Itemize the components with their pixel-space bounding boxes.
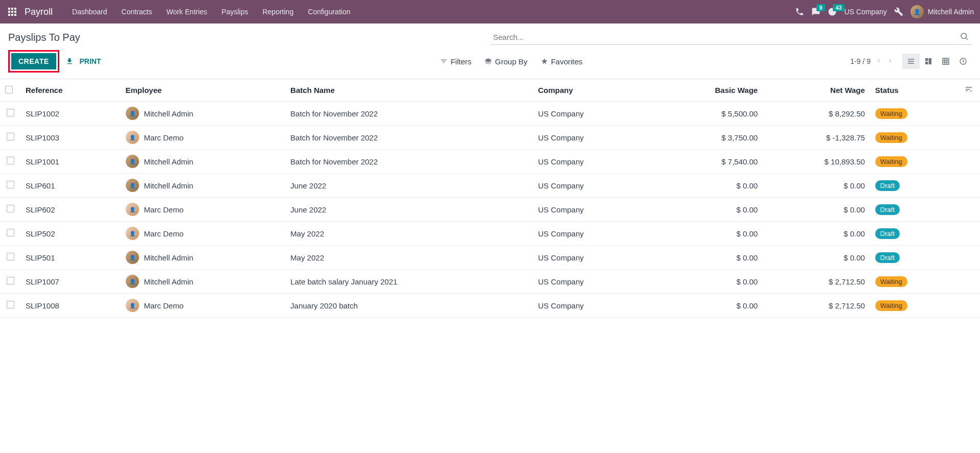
- table-row[interactable]: SLIP1003 👤 Marc Demo Batch for November …: [0, 126, 980, 150]
- employee-name: Mitchell Admin: [144, 157, 194, 166]
- svg-rect-5: [14, 11, 16, 13]
- debug-icon[interactable]: [894, 7, 903, 16]
- nav-menu-item[interactable]: Work Entries: [159, 2, 214, 22]
- row-checkbox[interactable]: [7, 301, 14, 308]
- table-row[interactable]: SLIP601 👤 Mitchell Admin June 2022 US Co…: [0, 174, 980, 198]
- groupby-label: Group By: [495, 57, 527, 66]
- favorites-button[interactable]: Favorites: [541, 57, 583, 66]
- table-row[interactable]: SLIP1008 👤 Marc Demo January 2020 batch …: [0, 294, 980, 318]
- employee-name: Marc Demo: [144, 205, 184, 214]
- table-row[interactable]: SLIP1001 👤 Mitchell Admin Batch for Nove…: [0, 150, 980, 174]
- voip-icon[interactable]: [795, 7, 804, 16]
- row-checkbox[interactable]: [7, 133, 14, 140]
- cell-basic-wage: $ 0.00: [651, 198, 763, 222]
- select-all-checkbox[interactable]: [5, 86, 13, 93]
- employee-avatar-icon: 👤: [126, 203, 139, 216]
- cell-employee: 👤 Mitchell Admin: [121, 246, 286, 270]
- top-navbar: Payroll DashboardContractsWork EntriesPa…: [0, 0, 980, 23]
- pager-value[interactable]: 1-9 / 9: [850, 57, 871, 65]
- company-switcher[interactable]: US Company: [844, 8, 886, 16]
- cell-reference: SLIP502: [20, 222, 121, 246]
- table-row[interactable]: SLIP502 👤 Marc Demo May 2022 US Company …: [0, 222, 980, 246]
- cell-batch: January 2020 batch: [285, 294, 533, 318]
- col-status[interactable]: Status: [870, 79, 960, 102]
- cell-batch: Batch for November 2022: [285, 102, 533, 126]
- row-checkbox[interactable]: [7, 109, 14, 116]
- cell-reference: SLIP501: [20, 246, 121, 270]
- app-name[interactable]: Payroll: [25, 7, 53, 17]
- download-button[interactable]: [65, 57, 74, 65]
- messages-icon[interactable]: 9: [811, 7, 821, 16]
- table-row[interactable]: SLIP1007 👤 Mitchell Admin Late batch sal…: [0, 270, 980, 294]
- create-button[interactable]: CREATE: [11, 53, 56, 69]
- nav-menu-item[interactable]: Dashboard: [65, 2, 115, 22]
- cell-employee: 👤 Mitchell Admin: [121, 270, 286, 294]
- cell-basic-wage: $ 0.00: [651, 222, 763, 246]
- cell-status: Waiting: [870, 270, 960, 294]
- table-row[interactable]: SLIP602 👤 Marc Demo June 2022 US Company…: [0, 198, 980, 222]
- pager-prev-icon[interactable]: [876, 57, 882, 66]
- table-row[interactable]: SLIP1002 👤 Mitchell Admin Batch for Nove…: [0, 102, 980, 126]
- control-panel: Payslips To Pay CREATE PRINT Filters: [0, 23, 980, 79]
- groupby-button[interactable]: Group By: [485, 57, 527, 66]
- user-menu[interactable]: 👤 Mitchell Admin: [910, 5, 974, 18]
- highlight-box: CREATE: [8, 50, 59, 73]
- nav-menu: DashboardContractsWork EntriesPayslipsRe…: [65, 2, 357, 22]
- cell-net-wage: $ 0.00: [763, 246, 870, 270]
- cell-status: Waiting: [870, 150, 960, 174]
- pivot-view-icon[interactable]: [937, 54, 954, 69]
- optional-columns-icon[interactable]: [965, 86, 973, 95]
- employee-avatar-icon: 👤: [126, 251, 139, 264]
- employee-avatar-icon: 👤: [126, 131, 139, 144]
- nav-menu-item[interactable]: Payslips: [214, 2, 255, 22]
- nav-menu-item[interactable]: Reporting: [255, 2, 301, 22]
- pager-next-icon[interactable]: [887, 57, 893, 66]
- filters-label: Filters: [450, 57, 471, 66]
- cell-reference: SLIP1002: [20, 102, 121, 126]
- payslips-table: Reference Employee Batch Name Company Ba…: [0, 79, 980, 318]
- filters-button[interactable]: Filters: [440, 57, 471, 66]
- col-company[interactable]: Company: [533, 79, 651, 102]
- row-checkbox[interactable]: [7, 253, 14, 260]
- nav-menu-item[interactable]: Contracts: [115, 2, 159, 22]
- cell-basic-wage: $ 0.00: [651, 294, 763, 318]
- col-net-wage[interactable]: Net Wage: [763, 79, 870, 102]
- svg-line-10: [966, 38, 967, 39]
- cell-company: US Company: [533, 294, 651, 318]
- search-icon[interactable]: [960, 32, 969, 42]
- cell-status: Draft: [870, 246, 960, 270]
- cell-net-wage: $ 0.00: [763, 174, 870, 198]
- list-view-icon[interactable]: [902, 54, 920, 69]
- row-checkbox[interactable]: [7, 205, 14, 212]
- col-employee[interactable]: Employee: [121, 79, 286, 102]
- cell-reference: SLIP1001: [20, 150, 121, 174]
- activity-view-icon[interactable]: [954, 54, 972, 69]
- apps-menu-icon[interactable]: [6, 6, 18, 18]
- breadcrumb: Payslips To Pay: [8, 32, 80, 43]
- print-button[interactable]: PRINT: [80, 57, 101, 65]
- col-basic-wage[interactable]: Basic Wage: [651, 79, 763, 102]
- row-checkbox[interactable]: [7, 229, 14, 236]
- user-avatar-icon: 👤: [910, 5, 924, 18]
- cell-employee: 👤 Mitchell Admin: [121, 102, 286, 126]
- cell-basic-wage: $ 0.00: [651, 174, 763, 198]
- table-row[interactable]: SLIP501 👤 Mitchell Admin May 2022 US Com…: [0, 246, 980, 270]
- col-batch[interactable]: Batch Name: [285, 79, 533, 102]
- cell-net-wage: $ 8,292.50: [763, 102, 870, 126]
- row-checkbox[interactable]: [7, 157, 14, 164]
- kanban-view-icon[interactable]: [920, 54, 937, 69]
- nav-menu-item[interactable]: Configuration: [301, 2, 357, 22]
- cell-company: US Company: [533, 246, 651, 270]
- employee-avatar-icon: 👤: [126, 227, 139, 240]
- cell-batch: Batch for November 2022: [285, 126, 533, 150]
- cell-batch: June 2022: [285, 198, 533, 222]
- row-checkbox[interactable]: [7, 277, 14, 284]
- col-reference[interactable]: Reference: [20, 79, 121, 102]
- svg-rect-1: [11, 8, 13, 10]
- cell-net-wage: $ 2,712.50: [763, 270, 870, 294]
- row-checkbox[interactable]: [7, 181, 14, 188]
- activities-icon[interactable]: 43: [828, 7, 837, 16]
- search-input[interactable]: [490, 30, 972, 45]
- cell-reference: SLIP601: [20, 174, 121, 198]
- status-badge: Draft: [875, 228, 900, 239]
